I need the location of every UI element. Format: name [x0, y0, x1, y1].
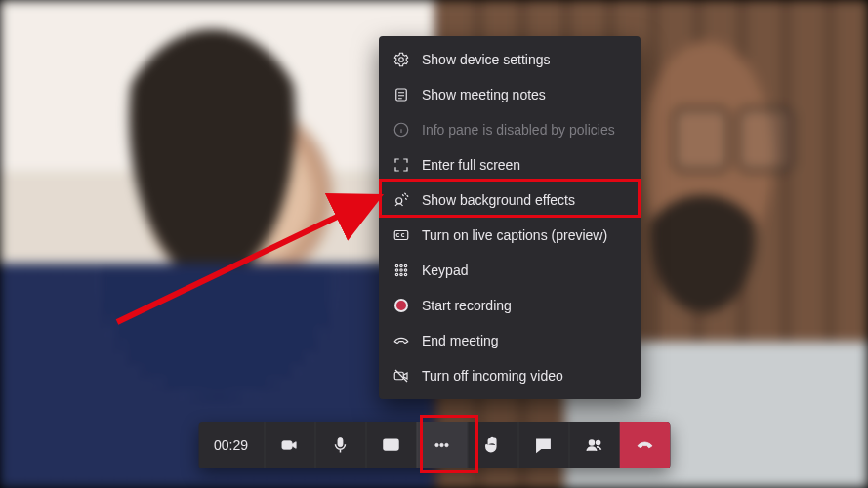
- svg-point-7: [404, 264, 406, 266]
- svg-point-8: [395, 269, 397, 271]
- participant-tile: [0, 0, 434, 488]
- chat-button[interactable]: [517, 422, 568, 468]
- menu-item-label: Show device settings: [422, 52, 551, 68]
- hangup-button[interactable]: [619, 422, 670, 468]
- menu-item-label: Start recording: [422, 298, 512, 314]
- menu-item-live-captions[interactable]: Turn on live captions (preview): [379, 218, 641, 253]
- end-call-icon: [393, 332, 410, 349]
- svg-point-11: [395, 273, 397, 275]
- fullscreen-icon: [393, 156, 410, 174]
- menu-item-label: End meeting: [422, 333, 499, 349]
- camera-toggle-button[interactable]: [264, 422, 314, 468]
- svg-point-21: [590, 440, 595, 445]
- mic-toggle-button[interactable]: [314, 422, 365, 468]
- more-actions-button[interactable]: [416, 422, 467, 468]
- menu-item-full-screen[interactable]: Enter full screen: [379, 147, 641, 183]
- video-off-icon: [393, 367, 410, 385]
- menu-item-start-recording[interactable]: Start recording: [379, 288, 641, 323]
- menu-item-label: Info pane is disabled by policies: [422, 122, 615, 139]
- meeting-toolbar: 00:29: [198, 422, 670, 468]
- svg-point-19: [440, 443, 443, 446]
- menu-item-keypad[interactable]: Keypad: [379, 253, 641, 288]
- svg-rect-16: [338, 438, 343, 447]
- svg-point-6: [400, 264, 402, 266]
- keypad-icon: [393, 262, 410, 279]
- svg-point-9: [400, 269, 402, 271]
- share-screen-button[interactable]: [365, 422, 416, 468]
- menu-item-label: Turn on live captions (preview): [422, 227, 607, 244]
- more-actions-menu: Show device settings Show meeting notes …: [379, 36, 641, 399]
- svg-point-12: [400, 273, 402, 275]
- record-icon: [393, 297, 410, 314]
- call-timer: 00:29: [198, 422, 264, 468]
- info-icon: [393, 121, 410, 139]
- svg-point-5: [395, 264, 397, 266]
- menu-item-incoming-video-off[interactable]: Turn off incoming video: [379, 358, 641, 393]
- background-effects-icon: [393, 191, 410, 209]
- svg-point-18: [435, 443, 438, 446]
- notes-icon: [393, 86, 410, 103]
- svg-point-13: [404, 273, 406, 275]
- svg-point-0: [399, 58, 404, 62]
- menu-item-meeting-notes[interactable]: Show meeting notes: [379, 77, 641, 112]
- menu-item-device-settings[interactable]: Show device settings: [379, 42, 641, 77]
- raise-hand-button[interactable]: [467, 422, 517, 468]
- menu-item-label: Enter full screen: [422, 157, 520, 174]
- svg-point-22: [597, 441, 600, 445]
- menu-item-label: Show meeting notes: [422, 87, 546, 103]
- svg-point-3: [396, 198, 402, 204]
- svg-point-20: [445, 443, 448, 446]
- menu-item-label: Turn off incoming video: [422, 368, 563, 385]
- cc-icon: [393, 226, 410, 244]
- participants-button[interactable]: [568, 422, 619, 468]
- menu-item-end-meeting[interactable]: End meeting: [379, 323, 641, 358]
- menu-item-label: Show background effects: [422, 192, 575, 209]
- menu-item-label: Keypad: [422, 263, 468, 279]
- menu-item-info-pane-disabled: Info pane is disabled by policies: [379, 112, 641, 147]
- gear-icon: [393, 51, 410, 68]
- svg-point-10: [404, 269, 406, 271]
- svg-rect-15: [282, 441, 292, 449]
- menu-item-background-effects[interactable]: Show background effects: [379, 183, 641, 218]
